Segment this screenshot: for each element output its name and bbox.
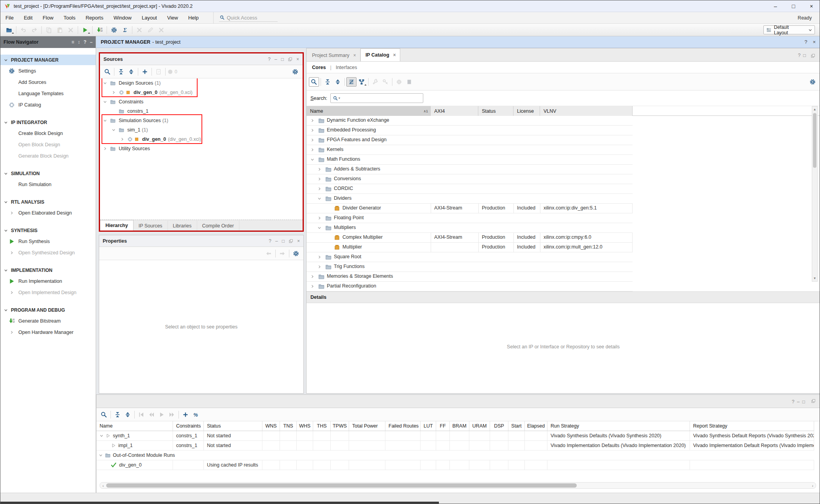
tree-item-sim_1[interactable]: sim_1(1): [100, 125, 303, 135]
copy-button[interactable]: [43, 25, 54, 35]
settings-gear-icon[interactable]: [291, 249, 301, 258]
cancel-button[interactable]: [156, 25, 167, 35]
section-header-synthesis[interactable]: SYNTHESIS: [0, 225, 96, 236]
undo-button[interactable]: [18, 25, 29, 35]
create-run-button[interactable]: [180, 410, 191, 419]
menu-flow[interactable]: Flow: [37, 12, 58, 23]
column-header-ths[interactable]: THS: [313, 421, 331, 431]
forward-button[interactable]: [277, 249, 287, 258]
tab-ip-catalog[interactable]: IP Catalog×: [360, 48, 400, 61]
column-header-status[interactable]: Status: [478, 106, 513, 116]
abort-button[interactable]: [134, 25, 145, 35]
maximize-panel-icon[interactable]: □: [282, 238, 285, 244]
column-header-name[interactable]: Name: [96, 421, 173, 431]
search-button[interactable]: [309, 77, 319, 87]
menu-file[interactable]: File: [0, 12, 19, 23]
help-icon[interactable]: ?: [84, 39, 86, 45]
back-button[interactable]: [264, 249, 274, 258]
column-header-bram[interactable]: BRAM: [450, 421, 469, 431]
expand-all-button[interactable]: [126, 67, 136, 76]
column-header-status[interactable]: Status: [204, 421, 262, 431]
tab-ip-sources[interactable]: IP Sources: [134, 221, 168, 231]
minimize-panel-icon[interactable]: –: [275, 57, 277, 62]
maximize-button[interactable]: □: [784, 0, 802, 12]
minimize-panel-icon[interactable]: –: [275, 238, 278, 244]
percent-button[interactable]: %: [191, 410, 201, 419]
catalog-row-conversions[interactable]: Conversions: [307, 174, 633, 184]
column-header-whs[interactable]: WHS: [297, 421, 313, 431]
settings-gear-button[interactable]: [290, 67, 300, 76]
scroll-up-icon[interactable]: ▲: [812, 106, 817, 112]
sidebar-item-ip-catalog[interactable]: IP Catalog: [0, 99, 96, 110]
collapse-all-button[interactable]: [112, 410, 123, 419]
collapse-all-button[interactable]: [323, 77, 333, 87]
sidebar-item-open-synthesized-design[interactable]: Open Synthesized Design: [0, 247, 96, 258]
help-icon[interactable]: ?: [269, 238, 271, 244]
float-panel-icon[interactable]: [288, 57, 292, 62]
runs-row-impl_1[interactable]: impl_1constrs_1Not startedVivado Impleme…: [96, 441, 814, 451]
settings-button[interactable]: [109, 25, 119, 35]
menu-tools[interactable]: Tools: [59, 12, 80, 23]
horizontal-scrollbar[interactable]: ‹ ›: [100, 482, 816, 489]
scroll-left-icon[interactable]: ‹: [100, 483, 106, 488]
tree-item-div_gen_0[interactable]: div_gen_0(div_gen_0.xci): [100, 135, 303, 144]
package-ip-button[interactable]: [394, 77, 404, 87]
tab-libraries[interactable]: Libraries: [168, 221, 197, 231]
scroll-right-icon[interactable]: ›: [809, 483, 816, 488]
vertical-scrollbar[interactable]: ▲ ▼: [812, 106, 818, 282]
hierarchy-view-button[interactable]: [357, 77, 367, 87]
step-forward-button[interactable]: [167, 410, 177, 419]
menu-view[interactable]: View: [162, 12, 183, 23]
section-header-implementation[interactable]: IMPLEMENTATION: [0, 265, 96, 275]
column-header-start[interactable]: Start: [508, 421, 525, 431]
close-button[interactable]: ×: [802, 0, 820, 12]
group-by-taxonomy-button[interactable]: [346, 77, 357, 87]
column-header-report-strategy[interactable]: Report Strategy: [690, 421, 814, 431]
section-header-rtl-analysis[interactable]: RTL ANALYSIS: [0, 197, 96, 207]
catalog-row-cordic[interactable]: CORDIC: [307, 184, 633, 194]
tab-compile-order[interactable]: Compile Order: [197, 221, 239, 231]
close-tab-icon[interactable]: ×: [353, 53, 356, 58]
help-icon[interactable]: ?: [268, 57, 271, 62]
catalog-row-divider-generator[interactable]: Divider GeneratorAXI4-StreamProductionIn…: [307, 204, 633, 213]
column-header-license[interactable]: License: [513, 106, 540, 116]
sidebar-item-generate-bitstream[interactable]: 0110Generate Bitstream: [0, 315, 96, 327]
column-header-wns[interactable]: WNS: [262, 421, 280, 431]
tree-item-Constraints[interactable]: Constraints: [100, 97, 303, 106]
catalog-row-square-root[interactable]: Square Root: [307, 252, 633, 262]
settings-gear-button[interactable]: [808, 77, 818, 87]
float-panel-icon[interactable]: [811, 53, 815, 58]
collapse-all-icon[interactable]: ≡: [71, 39, 74, 45]
runs-row-div_gen_0[interactable]: div_gen_0Using cached IP results: [96, 460, 814, 470]
help-icon[interactable]: ? □: [798, 53, 806, 58]
catalog-row-partial-reconfiguration[interactable]: Partial Reconfiguration: [307, 282, 633, 291]
subtab-cores[interactable]: Cores: [310, 65, 327, 70]
catalog-row-kernels[interactable]: Kernels: [307, 145, 633, 155]
runs-category-out-of-context-module-runs[interactable]: Out-of-Context Module Runs: [96, 451, 814, 460]
redo-button[interactable]: [29, 25, 40, 35]
catalog-row-embedded-processing[interactable]: Embedded Processing: [307, 126, 633, 135]
delete-button[interactable]: [65, 25, 76, 35]
add-sources-button[interactable]: [140, 67, 150, 76]
maximize-panel-icon[interactable]: □: [281, 57, 284, 62]
catalog-search-input[interactable]: ▾: [330, 93, 423, 103]
menu-help[interactable]: Help: [183, 12, 204, 23]
section-header-program-and-debug[interactable]: PROGRAM AND DEBUG: [0, 305, 96, 315]
sidebar-item-settings[interactable]: Settings: [0, 65, 96, 76]
sidebar-item-open-implemented-design[interactable]: Open Implemented Design: [0, 287, 96, 298]
menu-reports[interactable]: Reports: [80, 12, 109, 23]
expand-all-button[interactable]: [123, 410, 133, 419]
tree-item-Simulation Sources[interactable]: Simulation Sources(1): [100, 116, 303, 125]
collapse-all-button[interactable]: [116, 67, 126, 76]
step-first-button[interactable]: [136, 410, 146, 419]
scroll-down-icon[interactable]: ▼: [812, 275, 817, 281]
panel-window-icons[interactable]: ? – □: [792, 399, 806, 405]
close-panel-icon[interactable]: ×: [297, 238, 300, 244]
section-header-project-manager[interactable]: PROJECT MANAGER: [0, 55, 96, 65]
column-header-axi4[interactable]: AXI4: [431, 106, 478, 116]
minimize-button[interactable]: –: [767, 0, 784, 12]
menu-window[interactable]: Window: [109, 12, 137, 23]
catalog-row-dividers[interactable]: Dividers: [307, 194, 633, 204]
sidebar-item-create-block-design[interactable]: Create Block Design: [0, 128, 96, 139]
close-icon[interactable]: ×: [813, 39, 816, 45]
